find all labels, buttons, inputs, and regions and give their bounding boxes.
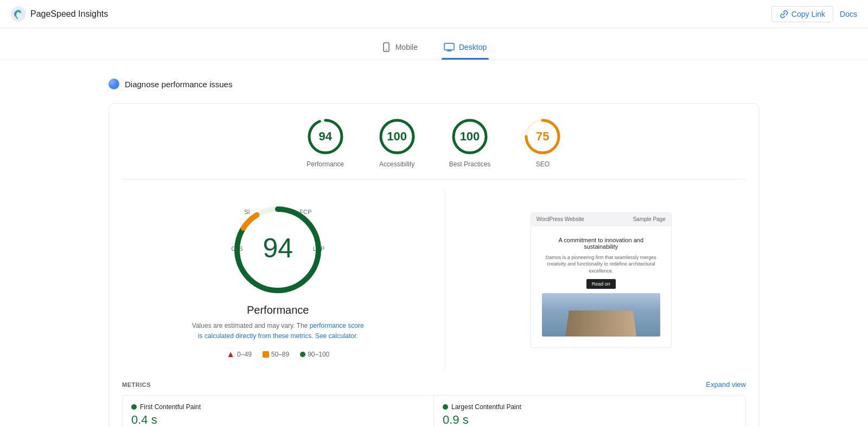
metric-lcp-name: Largest Contentful Paint <box>443 403 737 411</box>
legend-50-89: 50–89 <box>271 351 289 358</box>
desktop-icon <box>444 43 455 51</box>
perf-left: SI FCP LCP CLS TBT 94 <box>122 190 434 370</box>
svg-point-2 <box>386 49 387 50</box>
score-accessibility: 100 Accessibility <box>378 117 417 168</box>
tab-desktop[interactable]: Desktop <box>442 37 489 60</box>
legend-orange: 50–89 <box>263 351 289 358</box>
screenshot-content: A commitment to innovation and sustainab… <box>531 226 671 347</box>
accessibility-score: 100 <box>387 130 407 144</box>
copy-link-label: Copy Link <box>792 10 825 18</box>
calculator-link[interactable]: See calculator. <box>315 332 358 340</box>
lcp-dot-icon <box>443 404 448 410</box>
svg-point-0 <box>11 7 26 22</box>
header-left: PageSpeed Insights <box>11 7 108 22</box>
performance-circle: 94 <box>306 117 345 156</box>
metrics-title: METRICS <box>122 381 151 388</box>
screenshot-bar: WordPress Website Sample Page <box>531 213 671 226</box>
fcp-dot-icon <box>131 404 137 410</box>
legend-green: 90–100 <box>300 351 329 358</box>
link-icon <box>780 10 788 18</box>
score-circles: 94 Performance 100 Accessibility <box>122 117 746 179</box>
score-seo: 75 SEO <box>523 117 562 168</box>
metric-fcp: First Contentful Paint 0.4 s <box>123 396 434 427</box>
expand-view-button[interactable]: Expand view <box>706 380 746 389</box>
app-title: PageSpeed Insights <box>30 9 108 19</box>
screenshot-site-name: WordPress Website <box>537 216 584 222</box>
metrics-grid: First Contentful Paint 0.4 s Largest Con… <box>122 395 746 427</box>
perf-area: SI FCP LCP CLS TBT 94 <box>122 190 746 370</box>
green-dot-icon <box>300 352 305 357</box>
metrics-header: METRICS Expand view <box>122 380 746 389</box>
diagnose-icon <box>108 79 119 89</box>
metric-fcp-name: First Contentful Paint <box>131 403 425 411</box>
metrics-section: METRICS Expand view First Contentful Pai… <box>122 380 746 427</box>
triangle-icon: ▲ <box>226 350 235 359</box>
tab-bar: Mobile Desktop <box>0 28 868 60</box>
tab-mobile-label: Mobile <box>395 43 418 51</box>
legend-90-100: 90–100 <box>308 351 329 358</box>
legend-0-49: 0–49 <box>237 351 252 358</box>
best-practices-circle: 100 <box>450 117 489 156</box>
accessibility-label: Accessibility <box>379 160 414 168</box>
performance-score: 94 <box>318 130 331 144</box>
score-card: 94 Performance 100 Accessibility <box>108 103 760 427</box>
svg-point-4 <box>108 79 119 89</box>
orange-square-icon <box>263 351 269 358</box>
screenshot-image <box>542 293 660 337</box>
metric-lcp: Largest Contentful Paint 0.9 s <box>434 396 745 427</box>
metric-fcp-value: 0.4 s <box>131 413 425 427</box>
performance-label: Performance <box>307 160 344 168</box>
seo-circle: 75 <box>523 117 562 156</box>
building-shape <box>565 310 636 337</box>
screenshot-preview: WordPress Website Sample Page A commitme… <box>531 212 672 348</box>
seo-score: 75 <box>536 130 549 144</box>
perf-subtitle: Values are estimated and may vary. The p… <box>191 321 365 341</box>
screenshot-body: Damos is a pioneering firm that seamless… <box>542 254 660 275</box>
legend-red: ▲ 0–49 <box>226 350 252 359</box>
best-practices-label: Best Practices <box>449 160 491 168</box>
legend: ▲ 0–49 50–89 90–100 <box>226 350 329 359</box>
svg-rect-3 <box>444 43 454 50</box>
copy-link-button[interactable]: Copy Link <box>771 6 833 22</box>
metric-lcp-value: 0.9 s <box>443 413 737 427</box>
accessibility-circle: 100 <box>378 117 417 156</box>
pagespeed-logo-icon <box>11 7 26 22</box>
docs-link[interactable]: Docs <box>840 10 857 18</box>
screenshot-heading: A commitment to innovation and sustainab… <box>542 237 660 250</box>
gauge-container: SI FCP LCP CLS TBT 94 <box>229 201 327 299</box>
best-practices-score: 100 <box>460 130 480 144</box>
header: PageSpeed Insights Copy Link Docs <box>0 0 868 28</box>
vertical-divider <box>445 190 445 370</box>
seo-label: SEO <box>536 160 550 168</box>
main: Diagnose performance issues 94 Performan… <box>0 60 868 427</box>
header-right: Copy Link Docs <box>771 6 857 22</box>
score-best-practices: 100 Best Practices <box>449 117 491 168</box>
perf-title: Performance <box>247 304 309 316</box>
tab-mobile[interactable]: Mobile <box>379 37 420 60</box>
perf-right: WordPress Website Sample Page A commitme… <box>456 190 746 370</box>
screenshot-sample-page: Sample Page <box>633 216 666 222</box>
tab-desktop-label: Desktop <box>459 43 487 51</box>
diagnose-bar: Diagnose performance issues <box>0 73 868 95</box>
diagnose-label: Diagnose performance issues <box>125 80 232 89</box>
screenshot-btn: Read on <box>586 279 616 289</box>
subtitle-prefix: Values are estimated and may vary. The <box>192 322 308 329</box>
gauge-svg <box>229 201 327 299</box>
score-performance: 94 Performance <box>306 117 345 168</box>
mobile-icon <box>381 42 391 52</box>
